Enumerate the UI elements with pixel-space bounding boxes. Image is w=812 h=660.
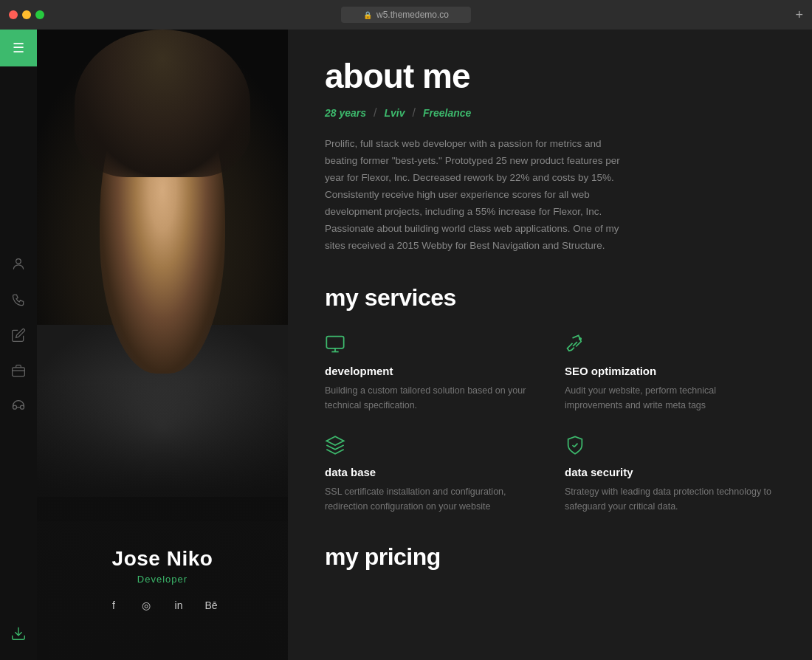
services-grid: development Building a custom tailored s… <box>325 334 775 514</box>
sidebar: ☰ <box>0 30 37 660</box>
profile-card: Jose Niko Developer f ◎ in Bē <box>37 30 288 660</box>
nav-icons <box>11 66 26 625</box>
service-database-icon <box>325 435 535 458</box>
hamburger-icon: ☰ <box>13 41 24 55</box>
sidebar-item-about[interactable] <box>11 399 26 413</box>
viewport: ☰ <box>0 30 812 660</box>
pricing-title: my pricing <box>325 543 775 571</box>
separator-2: / <box>413 106 416 120</box>
service-seo-desc: Audit your website, perform technical im… <box>565 383 775 413</box>
about-status: Freelance <box>423 107 471 119</box>
service-database-name: data base <box>325 466 535 478</box>
menu-button[interactable]: ☰ <box>0 30 37 66</box>
traffic-lights <box>9 10 44 19</box>
layers-icon <box>325 435 345 456</box>
svg-line-12 <box>574 443 578 447</box>
close-button[interactable] <box>9 10 18 19</box>
sidebar-item-edit[interactable] <box>11 328 26 343</box>
download-button[interactable] <box>10 625 27 645</box>
sidebar-item-profile[interactable] <box>11 257 26 272</box>
service-seo: SEO optimization Audit your website, per… <box>565 334 775 413</box>
service-database: data base SSL certificate installation a… <box>325 435 535 514</box>
svg-rect-6 <box>326 336 343 348</box>
service-security: data security Strategy with leading data… <box>565 435 775 514</box>
service-security-desc: Strategy with leading data protection te… <box>565 484 775 514</box>
services-section: my services development Building a custo… <box>325 284 775 514</box>
service-security-name: data security <box>565 466 775 478</box>
new-tab-button[interactable]: + <box>795 7 803 23</box>
monitor-icon <box>325 334 345 354</box>
main-content: about me 28 years / Lviv / Freelance Pro… <box>288 30 812 660</box>
svg-point-4 <box>21 405 24 409</box>
url-text: w5.themedemo.co <box>376 10 449 20</box>
services-title: my services <box>325 284 775 312</box>
about-bio: Prolific, full stack web developer with … <box>325 136 635 255</box>
service-security-icon <box>565 435 775 458</box>
service-database-desc: SSL certificate installation and configu… <box>325 484 535 514</box>
service-seo-icon <box>565 334 775 357</box>
download-icon <box>10 625 27 642</box>
rocket-icon <box>565 334 585 354</box>
linkedin-link[interactable]: in <box>168 595 189 616</box>
svg-marker-10 <box>326 436 343 445</box>
svg-rect-1 <box>13 367 25 376</box>
profile-title: Developer <box>37 574 288 585</box>
about-title: about me <box>325 59 775 93</box>
facebook-link[interactable]: f <box>103 595 124 616</box>
address-bar[interactable]: 🔒 w5.themedemo.co <box>341 7 471 23</box>
shield-icon <box>565 435 585 456</box>
about-section: about me 28 years / Lviv / Freelance Pro… <box>325 59 775 255</box>
browser-chrome: 🔒 w5.themedemo.co + <box>0 0 812 30</box>
social-links: f ◎ in Bē <box>37 595 288 616</box>
edit-icon <box>11 328 26 343</box>
separator-1: / <box>374 106 376 120</box>
service-development-desc: Building a custom tailored solution base… <box>325 383 535 413</box>
svg-point-0 <box>16 258 21 264</box>
hair-detail <box>75 30 250 177</box>
dribbble-link[interactable]: ◎ <box>136 595 156 616</box>
lock-icon: 🔒 <box>363 11 372 19</box>
behance-link[interactable]: Bē <box>201 595 221 616</box>
svg-point-3 <box>13 405 17 409</box>
profile-name: Jose Niko <box>37 547 288 571</box>
sidebar-item-contact[interactable] <box>11 292 26 307</box>
glasses-icon <box>11 399 26 413</box>
fullscreen-button[interactable] <box>35 10 44 19</box>
person-icon <box>11 257 26 272</box>
about-age: 28 years <box>325 107 366 119</box>
about-meta: 28 years / Lviv / Freelance <box>325 106 775 120</box>
service-development-name: development <box>325 365 535 377</box>
phone-icon <box>11 292 26 307</box>
about-city: Lviv <box>385 107 405 119</box>
service-development-icon <box>325 334 535 357</box>
briefcase-icon <box>11 363 26 378</box>
service-development: development Building a custom tailored s… <box>325 334 535 413</box>
profile-info: Jose Niko Developer f ◎ in Bē <box>37 547 288 616</box>
service-seo-name: SEO optimization <box>565 365 775 377</box>
profile-overlay <box>37 377 288 660</box>
pricing-section: my pricing <box>325 543 775 571</box>
minimize-button[interactable] <box>22 10 31 19</box>
sidebar-item-portfolio[interactable] <box>11 363 26 378</box>
